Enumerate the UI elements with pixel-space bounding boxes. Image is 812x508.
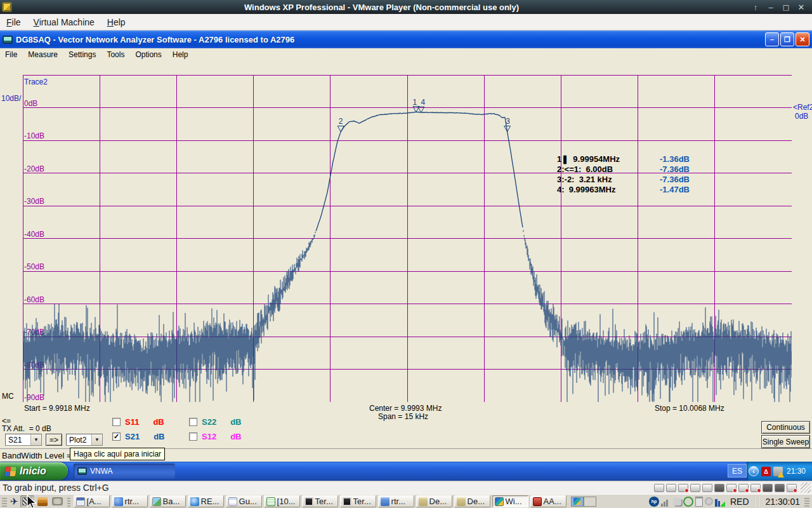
workspace-pager[interactable]: [571, 497, 596, 507]
checkbox-s22-box[interactable]: [189, 418, 197, 426]
close-button[interactable]: ✕: [796, 32, 809, 46]
adobe-reader-tray-icon[interactable]: ∆: [761, 467, 771, 476]
host-task-de[interactable]: De...: [416, 495, 452, 507]
vm-device-sound-icon[interactable]: [714, 484, 724, 492]
mouse-cursor-icon: [25, 495, 39, 508]
vnwa-menu-settings[interactable]: Settings: [63, 49, 102, 60]
tray-collapse-chevron-icon[interactable]: ‹: [749, 466, 759, 476]
taskbar-task-vnwa[interactable]: VNWA: [74, 464, 175, 479]
host-task-re[interactable]: RE...: [188, 495, 224, 507]
workspace-2[interactable]: [584, 497, 596, 507]
vmware-window-title: Windows XP Professional - VMware Player …: [12, 3, 751, 12]
restore-button[interactable]: ❐: [780, 32, 794, 46]
vmware-menu-file[interactable]: File: [0, 15, 27, 29]
panel-grip-icon[interactable]: [67, 497, 70, 507]
dropdown-arrow-icon[interactable]: ▼: [91, 434, 102, 445]
vnwa-menu-options[interactable]: Options: [130, 49, 167, 60]
host-task-gu[interactable]: Gu...: [226, 495, 262, 507]
resize-grip-icon[interactable]: [801, 483, 811, 493]
tray-signal-icon[interactable]: [661, 497, 671, 507]
bandwidth-level-status: BandWidth Level = 6.: [2, 451, 81, 460]
vnwa-menu-file[interactable]: File: [0, 49, 23, 60]
vnwa-client-area: Trace2 10dB/ <Ref2 0dB MC 0dB-10dB-20dB-…: [0, 61, 812, 462]
checkbox-s21-box[interactable]: ✓: [112, 432, 121, 441]
maximize-button[interactable]: ◻: [782, 3, 790, 12]
sparam-select[interactable]: S21 ▼: [5, 434, 42, 446]
marker-readout-row: 2:<=1: 6.00dB-7.36dB: [557, 164, 690, 175]
panel-grip-icon[interactable]: [2, 497, 7, 507]
host-task-wi[interactable]: Wi...: [492, 495, 528, 507]
host-task-rtr[interactable]: rtr...: [112, 495, 148, 507]
sphere-icon: [114, 497, 123, 506]
vm-device-display-icon[interactable]: [738, 484, 749, 492]
xp-clock: 21:30: [787, 467, 806, 476]
vm-device-hard-disk-icon[interactable]: [763, 484, 773, 492]
scale-per-div-label: 10dB/: [1, 94, 21, 103]
y-tick-label: -40dB: [24, 230, 44, 239]
checkbox-s12-box[interactable]: [189, 432, 197, 441]
single-sweep-button[interactable]: Single Sweep: [761, 435, 810, 448]
start-menu-button[interactable]: Inicio: [0, 462, 68, 480]
minimize-button[interactable]: –: [765, 32, 779, 46]
vmware-menu-virtual-machine[interactable]: Virtual Machine: [27, 15, 101, 29]
workspace-1[interactable]: [571, 497, 584, 507]
vm-device-hard-disk-2-icon[interactable]: [775, 484, 785, 492]
tx-attenuation-label: TX Att. = 0 dB: [2, 424, 51, 433]
vm-device-usb-icon[interactable]: [750, 484, 761, 492]
host-task-ter[interactable]: Ter...: [340, 495, 376, 507]
tray-stats-icon[interactable]: [715, 497, 725, 507]
vm-device-network-adapter-icon[interactable]: [726, 484, 737, 492]
vm-device-memory-icon[interactable]: [654, 484, 664, 492]
vm-device-message-log-icon[interactable]: [787, 484, 797, 492]
vnwa-titlebar: DG8SAQ - Vector Network Analyzer Softwar…: [0, 30, 812, 48]
checkbox-label: S11: [125, 417, 139, 427]
host-task-label: Ba...: [163, 497, 180, 506]
host-taskbar: ✈ [A...rtr...Ba...RE...Gu...[10...Ter...…: [0, 494, 812, 508]
vm-device-printer-icon[interactable]: [702, 484, 712, 492]
continuous-sweep-button[interactable]: Continuous: [761, 421, 810, 434]
vmware-window-controls: ↑–◻✕: [751, 3, 806, 12]
minimize-button[interactable]: –: [766, 3, 775, 12]
vnwa-menu-help[interactable]: Help: [167, 49, 194, 60]
vmware-tools-warning-icon[interactable]: [773, 467, 783, 476]
vnwa-menu-tools[interactable]: Tools: [102, 49, 130, 60]
marker-1-triangle-icon: [413, 107, 419, 112]
tray-disc-icon[interactable]: [705, 497, 713, 505]
checkbox-s11-box[interactable]: [112, 418, 121, 426]
host-task-label: AA...: [544, 497, 561, 506]
host-task-aa[interactable]: AA...: [530, 495, 566, 507]
host-task-ter[interactable]: Ter...: [302, 495, 338, 507]
vmware-logo-icon: [2, 2, 12, 12]
host-task-10[interactable]: [10...: [264, 495, 300, 507]
tray-clipboard-icon[interactable]: [695, 497, 703, 507]
close-button[interactable]: ✕: [797, 3, 806, 12]
checkbox-unit-label: dB: [153, 417, 164, 427]
host-task-de[interactable]: De...: [454, 495, 490, 507]
launcher-show-desktop[interactable]: [51, 495, 65, 507]
folder-blue-icon: [381, 497, 390, 506]
vmware-menu-help[interactable]: Help: [101, 15, 132, 29]
host-task-rtr[interactable]: rtr...: [378, 495, 414, 507]
panel-grip-icon[interactable]: [804, 497, 809, 507]
vm-device-pointer-icon[interactable]: [690, 484, 700, 492]
y-tick-label: -90dB: [24, 393, 44, 402]
plot-select[interactable]: Plot2 ▼: [66, 434, 103, 446]
host-task-ba[interactable]: Ba...: [150, 495, 186, 507]
marker-3-triangle-icon: [504, 126, 511, 131]
route-to-plot-button[interactable]: =>: [46, 434, 62, 446]
marker-db-value: -7.36dB: [660, 175, 690, 185]
host-task-a[interactable]: [A...: [74, 495, 110, 507]
fullscreen-button[interactable]: ↑: [751, 3, 760, 12]
checkbox-label: S22: [202, 417, 216, 427]
tray-chat-icon[interactable]: [673, 498, 681, 505]
vnwa-menu-measure[interactable]: Measure: [23, 49, 63, 60]
dropdown-arrow-icon[interactable]: ▼: [30, 434, 41, 445]
host-task-list: [A...rtr...Ba...RE...Gu...[10...Ter...Te…: [74, 495, 568, 507]
tray-hp-icon[interactable]: hp: [649, 497, 659, 507]
vm-device-cd-rom-icon[interactable]: [666, 484, 676, 492]
language-indicator[interactable]: ES: [728, 464, 747, 478]
tray-vpn-ring-icon[interactable]: [683, 497, 693, 507]
vm-device-floppy-icon[interactable]: [678, 484, 688, 492]
trace-s21: [316, 112, 523, 231]
spreadsheet-icon: [266, 497, 275, 506]
